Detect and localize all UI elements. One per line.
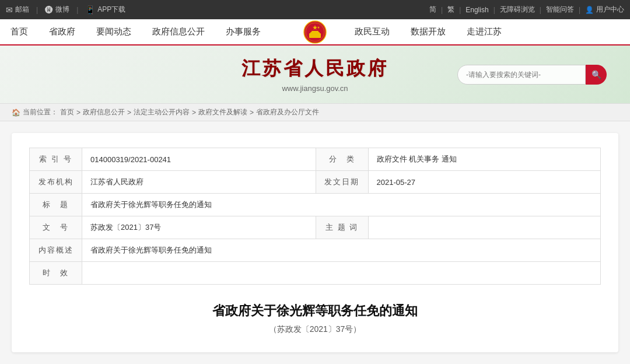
label-doc-num: 文 号 [30, 216, 82, 239]
weibo-label: 微博 [55, 5, 69, 15]
nav-item-interaction[interactable]: 政民互动 [344, 19, 400, 44]
breadcrumb-item-2[interactable]: 法定主动公开内容 [134, 107, 190, 117]
top-bar-left: ✉ 邮箱 | 🅦 微博 | 📱 APP下载 [6, 5, 429, 15]
value-keywords [368, 216, 600, 239]
content-card: 索 引 号 014000319/2021-00241 分 类 政府文件 机关事务… [12, 133, 618, 352]
app-download-label: APP下载 [97, 5, 125, 15]
nav-item-about-jiangsu[interactable]: 走进江苏 [456, 19, 512, 44]
user-center-label: 用户中心 [596, 5, 624, 15]
value-category: 政府文件 机关事务 通知 [368, 148, 600, 171]
user-icon: 👤 [585, 6, 594, 14]
table-row: 发布机构 江苏省人民政府 发文日期 2021-05-27 [30, 171, 601, 194]
nav-items-right: 政民互动 数据开放 走进江苏 [344, 19, 630, 44]
document-info-table: 索 引 号 014000319/2021-00241 分 类 政府文件 机关事务… [29, 148, 601, 285]
value-title: 省政府关于徐光辉等职务任免的通知 [82, 194, 601, 216]
label-date: 发文日期 [316, 171, 368, 194]
value-date: 2021-05-27 [368, 171, 600, 194]
label-index-num: 索 引 号 [30, 148, 82, 171]
breadcrumb: 🏠 当前位置： 首页 > 政府信息公开 > 法定主动公开内容 > 政府文件及解读… [0, 104, 630, 121]
table-row: 时 效 [30, 262, 601, 285]
email-label: 邮箱 [15, 5, 29, 15]
nav-item-news[interactable]: 要闻动态 [86, 19, 142, 44]
table-row: 索 引 号 014000319/2021-00241 分 类 政府文件 机关事务… [30, 148, 601, 171]
nav-item-gov-info[interactable]: 政府信息公开 [142, 19, 215, 44]
english-link[interactable]: English [466, 6, 488, 14]
app-download-link[interactable]: 📱 APP下载 [85, 5, 125, 15]
breadcrumb-item-3[interactable]: 政府文件及解读 [198, 107, 247, 117]
table-row: 标 题 省政府关于徐光辉等职务任免的通知 [30, 194, 601, 216]
value-index-num: 014000319/2021-00241 [82, 148, 316, 171]
document-main-title: 省政府关于徐光辉等职务任免的通知 [29, 302, 601, 320]
label-summary: 内容概述 [30, 239, 82, 262]
breadcrumb-current: 省政府及办公厅文件 [256, 107, 319, 117]
weibo-icon: 🅦 [45, 5, 53, 15]
user-center-link[interactable]: 👤 用户中心 [585, 5, 624, 15]
main-navigation: 首页 省政府 要闻动态 政府信息公开 办事服务 政民互动 数据开放 走进江苏 [0, 19, 630, 46]
table-row: 内容概述 省政府关于徐光辉等职务任免的通知 [30, 239, 601, 262]
value-validity [82, 262, 601, 285]
breadcrumb-prefix: 当前位置： [23, 107, 58, 117]
site-title: 江苏省人民政府 [242, 56, 388, 82]
value-doc-num: 苏政发〔2021〕37号 [82, 216, 316, 239]
content-area: 索 引 号 014000319/2021-00241 分 类 政府文件 机关事务… [0, 121, 630, 364]
search-input[interactable] [457, 65, 586, 85]
document-sub-title: （苏政发〔2021〕37号） [29, 324, 601, 335]
nav-item-home[interactable]: 首页 [0, 19, 38, 44]
home-icon: 🏠 [12, 108, 20, 117]
label-keywords: 主 题 词 [316, 216, 368, 239]
value-summary: 省政府关于徐光辉等职务任免的通知 [82, 239, 601, 262]
ai-assistant-link[interactable]: 智能问答 [546, 5, 574, 15]
label-category: 分 类 [316, 148, 368, 171]
nav-item-data-open[interactable]: 数据开放 [400, 19, 456, 44]
nav-item-services[interactable]: 办事服务 [215, 19, 271, 44]
weibo-link[interactable]: 🅦 微博 [45, 5, 69, 15]
search-button[interactable]: 🔍 [586, 65, 607, 85]
table-row: 文 号 苏政发〔2021〕37号 主 题 词 [30, 216, 601, 239]
svg-rect-4 [312, 31, 318, 33]
top-utility-bar: ✉ 邮箱 | 🅦 微博 | 📱 APP下载 简 | 繁 | English | … [0, 0, 630, 19]
top-bar-right: 简 | 繁 | English | 无障碍浏览 | 智能问答 | 👤 用户中心 [429, 5, 624, 15]
traditional-chinese-link[interactable]: 繁 [447, 5, 454, 15]
document-title-section: 省政府关于徐光辉等职务任免的通知 （苏政发〔2021〕37号） [29, 302, 601, 335]
breadcrumb-home[interactable]: 首页 [60, 107, 74, 117]
value-publisher: 江苏省人民政府 [82, 171, 316, 194]
site-url: www.jiangsu.gov.cn [282, 84, 348, 93]
nav-item-provincial-gov[interactable]: 省政府 [38, 19, 86, 44]
banner-search: 🔍 [457, 65, 607, 85]
label-title: 标 题 [30, 194, 82, 216]
email-icon: ✉ [6, 5, 13, 15]
nav-logo [286, 19, 344, 44]
label-validity: 时 效 [30, 262, 82, 285]
banner-title-area: 江苏省人民政府 www.jiangsu.gov.cn [242, 56, 388, 93]
mobile-icon: 📱 [85, 5, 95, 15]
email-link[interactable]: ✉ 邮箱 [6, 5, 29, 15]
nav-items-left: 首页 省政府 要闻动态 政府信息公开 办事服务 [0, 19, 286, 44]
label-publisher: 发布机构 [30, 171, 82, 194]
accessibility-link[interactable]: 无障碍浏览 [500, 5, 535, 15]
national-emblem-icon [303, 20, 327, 44]
banner: 江苏省人民政府 www.jiangsu.gov.cn 🔍 [0, 46, 630, 104]
simplified-chinese-link[interactable]: 简 [429, 5, 436, 15]
breadcrumb-item-1[interactable]: 政府信息公开 [83, 107, 125, 117]
